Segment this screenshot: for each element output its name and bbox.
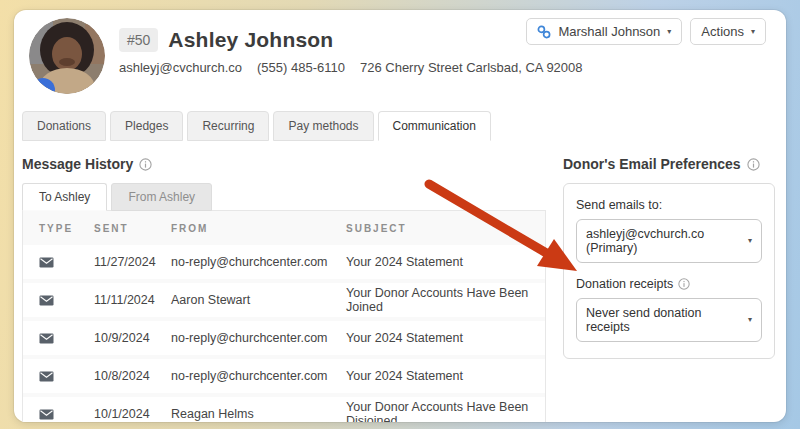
cell-sent: 10/8/2024	[94, 369, 171, 383]
cell-sent: 10/9/2024	[94, 331, 171, 345]
subtab-to-ashley[interactable]: To Ashley	[22, 183, 107, 211]
donation-receipts-select[interactable]: Never send donation receipts ▾	[576, 298, 762, 342]
donor-profile-card: #50 Ashley Johnson ashleyj@cvchurch.co (…	[14, 10, 786, 422]
col-sent: SENT	[94, 223, 171, 234]
cell-subject: Your 2024 Statement	[346, 331, 545, 345]
donor-email: ashleyj@cvchurch.co	[119, 60, 242, 75]
cell-subject: Your 2024 Statement	[346, 255, 545, 269]
info-icon[interactable]	[747, 158, 760, 171]
chevron-down-icon: ▾	[748, 237, 752, 245]
cell-sent: 11/27/2024	[94, 255, 171, 269]
tab-recurring[interactable]: Recurring	[187, 111, 269, 141]
cell-subject: Your Donor Accounts Have Been Disjoined	[346, 400, 545, 422]
actions-button[interactable]: Actions ▾	[690, 18, 766, 45]
table-row[interactable]: 11/11/2024 Aaron Stewart Your Donor Acco…	[23, 283, 545, 317]
cell-from: no-reply@churchcenter.com	[171, 331, 346, 345]
message-history-title: Message History	[22, 156, 133, 172]
tab-pledges[interactable]: Pledges	[110, 111, 183, 141]
email-preferences-title: Donor's Email Preferences	[563, 156, 741, 172]
chevron-down-icon: ▾	[667, 28, 671, 36]
table-row[interactable]: 10/8/2024 no-reply@churchcenter.com Your…	[23, 359, 545, 393]
cell-sent: 10/1/2024	[94, 407, 171, 421]
table-row[interactable]: 11/27/2024 no-reply@churchcenter.com You…	[23, 245, 545, 279]
donor-phone: (555) 485-6110	[257, 60, 345, 75]
cell-from: no-reply@churchcenter.com	[171, 369, 346, 383]
envelope-icon	[39, 333, 54, 344]
table-header: TYPE SENT FROM SUBJECT	[23, 211, 545, 245]
envelope-icon	[39, 371, 54, 382]
cell-sent: 11/11/2024	[94, 293, 171, 307]
cell-from: no-reply@churchcenter.com	[171, 255, 346, 269]
donation-receipts-value: Never send donation receipts	[586, 306, 748, 334]
message-history-table: TYPE SENT FROM SUBJECT 11/27/2024 no-rep…	[22, 210, 546, 422]
avatar	[29, 18, 105, 94]
col-from: FROM	[171, 223, 346, 234]
table-row[interactable]: 10/9/2024 no-reply@churchcenter.com Your…	[23, 321, 545, 355]
info-icon[interactable]	[139, 158, 152, 171]
envelope-icon	[39, 409, 54, 420]
profile-tabs: Donations Pledges Recurring Pay methods …	[14, 111, 786, 141]
donor-address: 726 Cherry Street Carlsbad, CA 92008	[360, 60, 583, 75]
donation-receipts-label: Donation receipts	[576, 277, 673, 291]
envelope-icon	[39, 257, 54, 268]
donor-number-badge: #50	[119, 28, 158, 52]
cell-from: Reagan Helms	[171, 407, 346, 421]
page-title: Ashley Johnson	[168, 28, 333, 52]
linked-circles-icon	[537, 25, 551, 39]
tab-donations[interactable]: Donations	[22, 111, 106, 141]
tab-pay-methods[interactable]: Pay methods	[273, 111, 373, 141]
col-subject: SUBJECT	[346, 223, 545, 234]
chevron-down-icon: ▾	[751, 28, 755, 36]
actions-label: Actions	[701, 24, 744, 39]
subtab-from-ashley[interactable]: From Ashley	[111, 183, 212, 211]
linked-donor-button[interactable]: Marshall Johnson ▾	[526, 18, 682, 45]
send-emails-to-value: ashleyj@cvchurch.co (Primary)	[586, 227, 748, 255]
send-emails-to-label: Send emails to:	[576, 198, 762, 212]
cell-subject: Your 2024 Statement	[346, 369, 545, 383]
profile-header: #50 Ashley Johnson ashleyj@cvchurch.co (…	[14, 10, 786, 94]
chevron-down-icon: ▾	[748, 316, 752, 324]
table-row[interactable]: 10/1/2024 Reagan Helms Your Donor Accoun…	[23, 397, 545, 422]
tab-communication[interactable]: Communication	[378, 111, 491, 141]
cell-from: Aaron Stewart	[171, 293, 346, 307]
header-info: #50 Ashley Johnson ashleyj@cvchurch.co (…	[119, 18, 583, 94]
linked-donor-label: Marshall Johnson	[558, 24, 660, 39]
info-icon[interactable]	[678, 278, 690, 290]
cell-subject: Your Donor Accounts Have Been Joined	[346, 286, 545, 314]
send-emails-to-select[interactable]: ashleyj@cvchurch.co (Primary) ▾	[576, 219, 762, 263]
col-type: TYPE	[39, 223, 94, 234]
email-preferences-panel: Send emails to: ashleyj@cvchurch.co (Pri…	[563, 183, 775, 359]
envelope-icon	[39, 295, 54, 306]
